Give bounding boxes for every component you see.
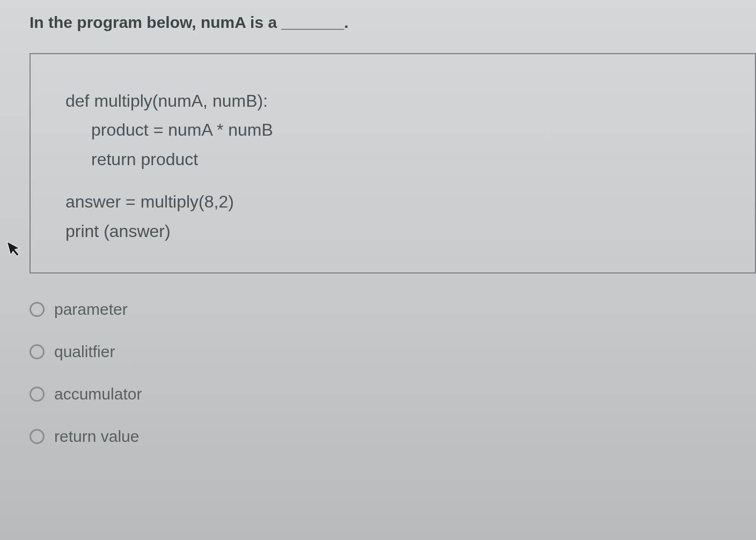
radio-icon bbox=[30, 429, 45, 444]
code-line-2: product = numA * numB bbox=[65, 115, 731, 144]
option-accumulator[interactable]: accumulator bbox=[30, 385, 756, 403]
code-line-4: answer = multiply(8,2) bbox=[65, 187, 731, 216]
option-qualitfier[interactable]: qualitfier bbox=[30, 343, 756, 361]
option-parameter[interactable]: parameter bbox=[30, 300, 756, 319]
radio-icon bbox=[30, 344, 45, 359]
option-label: parameter bbox=[54, 300, 128, 319]
radio-icon bbox=[30, 302, 45, 317]
code-block: def multiply(numA, numB): product = numA… bbox=[30, 53, 756, 273]
option-label: qualitfier bbox=[54, 343, 115, 361]
radio-icon bbox=[30, 387, 45, 402]
question-prompt: In the program below, numA is a _______. bbox=[30, 13, 756, 32]
option-label: return value bbox=[54, 427, 139, 446]
code-line-1: def multiply(numA, numB): bbox=[65, 86, 731, 115]
cursor-icon bbox=[5, 237, 26, 264]
code-line-5: print (answer) bbox=[65, 217, 731, 246]
option-label: accumulator bbox=[54, 385, 142, 403]
answer-options: parameter qualitfier accumulator return … bbox=[30, 300, 756, 446]
option-return-value[interactable]: return value bbox=[30, 427, 756, 446]
code-line-3: return product bbox=[65, 145, 731, 174]
